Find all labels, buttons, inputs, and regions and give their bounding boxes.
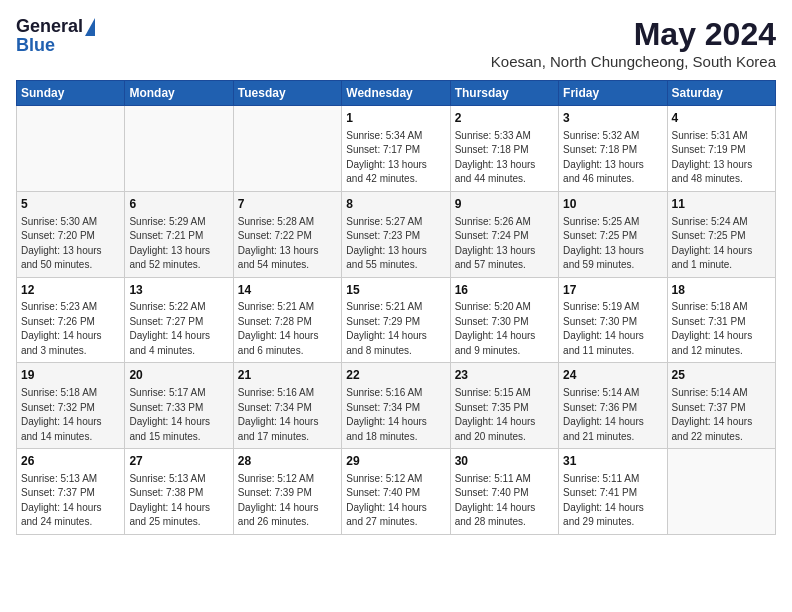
day-content: Sunrise: 5:32 AMSunset: 7:18 PMDaylight:… — [563, 129, 662, 187]
day-number: 19 — [21, 367, 120, 384]
day-content: Sunrise: 5:11 AMSunset: 7:41 PMDaylight:… — [563, 472, 662, 530]
title-section: May 2024 Koesan, North Chungcheong, Sout… — [491, 16, 776, 70]
day-number: 23 — [455, 367, 554, 384]
day-number: 18 — [672, 282, 771, 299]
calendar-week-row: 1Sunrise: 5:34 AMSunset: 7:17 PMDaylight… — [17, 106, 776, 192]
day-content: Sunrise: 5:30 AMSunset: 7:20 PMDaylight:… — [21, 215, 120, 273]
day-content: Sunrise: 5:15 AMSunset: 7:35 PMDaylight:… — [455, 386, 554, 444]
day-number: 24 — [563, 367, 662, 384]
day-content: Sunrise: 5:14 AMSunset: 7:36 PMDaylight:… — [563, 386, 662, 444]
weekday-header: Thursday — [450, 81, 558, 106]
day-content: Sunrise: 5:18 AMSunset: 7:32 PMDaylight:… — [21, 386, 120, 444]
day-number: 13 — [129, 282, 228, 299]
weekday-header: Saturday — [667, 81, 775, 106]
calendar-cell: 8Sunrise: 5:27 AMSunset: 7:23 PMDaylight… — [342, 191, 450, 277]
day-number: 4 — [672, 110, 771, 127]
calendar-cell: 10Sunrise: 5:25 AMSunset: 7:25 PMDayligh… — [559, 191, 667, 277]
calendar-cell: 31Sunrise: 5:11 AMSunset: 7:41 PMDayligh… — [559, 449, 667, 535]
calendar-cell: 14Sunrise: 5:21 AMSunset: 7:28 PMDayligh… — [233, 277, 341, 363]
calendar-week-row: 26Sunrise: 5:13 AMSunset: 7:37 PMDayligh… — [17, 449, 776, 535]
day-content: Sunrise: 5:20 AMSunset: 7:30 PMDaylight:… — [455, 300, 554, 358]
day-number: 8 — [346, 196, 445, 213]
day-number: 7 — [238, 196, 337, 213]
calendar-table: SundayMondayTuesdayWednesdayThursdayFrid… — [16, 80, 776, 535]
weekday-header: Wednesday — [342, 81, 450, 106]
day-content: Sunrise: 5:21 AMSunset: 7:28 PMDaylight:… — [238, 300, 337, 358]
calendar-cell: 6Sunrise: 5:29 AMSunset: 7:21 PMDaylight… — [125, 191, 233, 277]
day-content: Sunrise: 5:23 AMSunset: 7:26 PMDaylight:… — [21, 300, 120, 358]
logo-triangle — [85, 18, 95, 36]
calendar-week-row: 5Sunrise: 5:30 AMSunset: 7:20 PMDaylight… — [17, 191, 776, 277]
calendar-week-row: 12Sunrise: 5:23 AMSunset: 7:26 PMDayligh… — [17, 277, 776, 363]
day-content: Sunrise: 5:31 AMSunset: 7:19 PMDaylight:… — [672, 129, 771, 187]
day-content: Sunrise: 5:14 AMSunset: 7:37 PMDaylight:… — [672, 386, 771, 444]
calendar-cell: 29Sunrise: 5:12 AMSunset: 7:40 PMDayligh… — [342, 449, 450, 535]
day-content: Sunrise: 5:22 AMSunset: 7:27 PMDaylight:… — [129, 300, 228, 358]
day-number: 9 — [455, 196, 554, 213]
calendar-cell: 23Sunrise: 5:15 AMSunset: 7:35 PMDayligh… — [450, 363, 558, 449]
day-content: Sunrise: 5:16 AMSunset: 7:34 PMDaylight:… — [346, 386, 445, 444]
calendar-cell: 9Sunrise: 5:26 AMSunset: 7:24 PMDaylight… — [450, 191, 558, 277]
day-number: 27 — [129, 453, 228, 470]
day-content: Sunrise: 5:27 AMSunset: 7:23 PMDaylight:… — [346, 215, 445, 273]
day-number: 28 — [238, 453, 337, 470]
day-content: Sunrise: 5:18 AMSunset: 7:31 PMDaylight:… — [672, 300, 771, 358]
calendar-cell: 22Sunrise: 5:16 AMSunset: 7:34 PMDayligh… — [342, 363, 450, 449]
day-number: 21 — [238, 367, 337, 384]
calendar-cell: 28Sunrise: 5:12 AMSunset: 7:39 PMDayligh… — [233, 449, 341, 535]
day-number: 20 — [129, 367, 228, 384]
day-number: 30 — [455, 453, 554, 470]
calendar-cell: 18Sunrise: 5:18 AMSunset: 7:31 PMDayligh… — [667, 277, 775, 363]
weekday-header: Friday — [559, 81, 667, 106]
calendar-cell — [667, 449, 775, 535]
day-content: Sunrise: 5:11 AMSunset: 7:40 PMDaylight:… — [455, 472, 554, 530]
day-number: 11 — [672, 196, 771, 213]
day-number: 5 — [21, 196, 120, 213]
day-content: Sunrise: 5:33 AMSunset: 7:18 PMDaylight:… — [455, 129, 554, 187]
calendar-cell: 30Sunrise: 5:11 AMSunset: 7:40 PMDayligh… — [450, 449, 558, 535]
calendar-cell: 3Sunrise: 5:32 AMSunset: 7:18 PMDaylight… — [559, 106, 667, 192]
day-number: 14 — [238, 282, 337, 299]
calendar-cell: 15Sunrise: 5:21 AMSunset: 7:29 PMDayligh… — [342, 277, 450, 363]
calendar-cell: 7Sunrise: 5:28 AMSunset: 7:22 PMDaylight… — [233, 191, 341, 277]
page-header: General Blue May 2024 Koesan, North Chun… — [16, 16, 776, 70]
day-content: Sunrise: 5:25 AMSunset: 7:25 PMDaylight:… — [563, 215, 662, 273]
day-content: Sunrise: 5:12 AMSunset: 7:40 PMDaylight:… — [346, 472, 445, 530]
day-content: Sunrise: 5:26 AMSunset: 7:24 PMDaylight:… — [455, 215, 554, 273]
calendar-cell: 13Sunrise: 5:22 AMSunset: 7:27 PMDayligh… — [125, 277, 233, 363]
weekday-header: Monday — [125, 81, 233, 106]
logo-general: General — [16, 16, 83, 37]
weekday-header-row: SundayMondayTuesdayWednesdayThursdayFrid… — [17, 81, 776, 106]
day-content: Sunrise: 5:29 AMSunset: 7:21 PMDaylight:… — [129, 215, 228, 273]
calendar-cell: 12Sunrise: 5:23 AMSunset: 7:26 PMDayligh… — [17, 277, 125, 363]
day-number: 10 — [563, 196, 662, 213]
calendar-cell: 11Sunrise: 5:24 AMSunset: 7:25 PMDayligh… — [667, 191, 775, 277]
day-content: Sunrise: 5:13 AMSunset: 7:38 PMDaylight:… — [129, 472, 228, 530]
calendar-cell: 25Sunrise: 5:14 AMSunset: 7:37 PMDayligh… — [667, 363, 775, 449]
day-content: Sunrise: 5:34 AMSunset: 7:17 PMDaylight:… — [346, 129, 445, 187]
calendar-cell: 19Sunrise: 5:18 AMSunset: 7:32 PMDayligh… — [17, 363, 125, 449]
day-number: 12 — [21, 282, 120, 299]
day-number: 1 — [346, 110, 445, 127]
day-content: Sunrise: 5:19 AMSunset: 7:30 PMDaylight:… — [563, 300, 662, 358]
calendar-cell — [125, 106, 233, 192]
calendar-cell: 2Sunrise: 5:33 AMSunset: 7:18 PMDaylight… — [450, 106, 558, 192]
calendar-cell: 1Sunrise: 5:34 AMSunset: 7:17 PMDaylight… — [342, 106, 450, 192]
logo-blue: Blue — [16, 35, 55, 56]
calendar-cell: 5Sunrise: 5:30 AMSunset: 7:20 PMDaylight… — [17, 191, 125, 277]
day-number: 17 — [563, 282, 662, 299]
day-content: Sunrise: 5:12 AMSunset: 7:39 PMDaylight:… — [238, 472, 337, 530]
day-content: Sunrise: 5:24 AMSunset: 7:25 PMDaylight:… — [672, 215, 771, 273]
day-content: Sunrise: 5:16 AMSunset: 7:34 PMDaylight:… — [238, 386, 337, 444]
day-content: Sunrise: 5:28 AMSunset: 7:22 PMDaylight:… — [238, 215, 337, 273]
calendar-cell — [17, 106, 125, 192]
day-number: 31 — [563, 453, 662, 470]
day-number: 29 — [346, 453, 445, 470]
day-number: 25 — [672, 367, 771, 384]
calendar-cell: 26Sunrise: 5:13 AMSunset: 7:37 PMDayligh… — [17, 449, 125, 535]
day-number: 15 — [346, 282, 445, 299]
calendar-cell: 21Sunrise: 5:16 AMSunset: 7:34 PMDayligh… — [233, 363, 341, 449]
day-number: 3 — [563, 110, 662, 127]
calendar-cell: 27Sunrise: 5:13 AMSunset: 7:38 PMDayligh… — [125, 449, 233, 535]
location-title: Koesan, North Chungcheong, South Korea — [491, 53, 776, 70]
